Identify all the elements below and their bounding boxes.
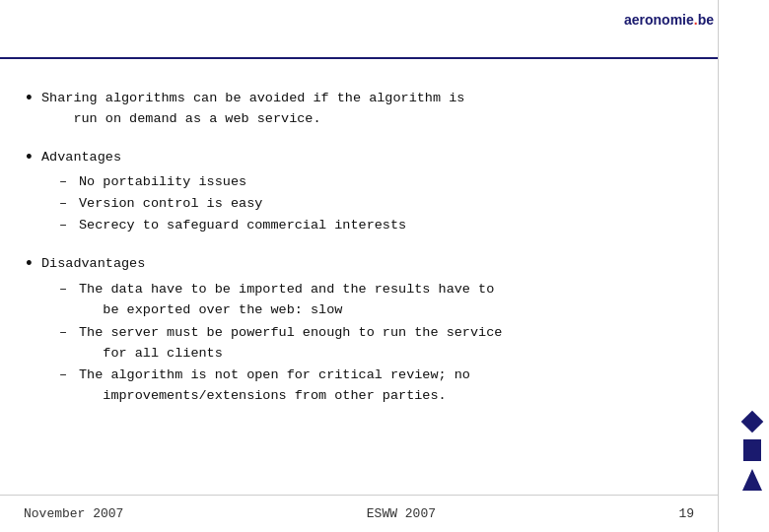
triangle-icon	[739, 467, 765, 493]
sub-text-2-2: Version control is easy	[79, 194, 262, 215]
diamond-icon	[740, 410, 764, 433]
sub-bullet-3-2: – The server must be powerful enough to …	[59, 323, 694, 365]
sub-text-2-1: No portability issues	[79, 172, 246, 193]
bullet-main-1: • Sharing algorithms can be avoided if t…	[24, 89, 694, 130]
sub-text-3-3: The algorithm is not open for critical r…	[79, 366, 470, 407]
bullet-section-3: • Disadvantages – The data have to be im…	[24, 254, 694, 407]
bullet-text-2: Advantages	[41, 148, 121, 168]
sub-bullets-2: – No portability issues – Version contro…	[59, 172, 694, 236]
footer-event: ESWW 2007	[367, 506, 436, 521]
sub-text-3-2: The server must be powerful enough to ru…	[79, 323, 502, 365]
sub-dash: –	[59, 323, 79, 344]
bullet-dot-2: •	[24, 148, 41, 169]
content-body: • Sharing algorithms can be avoided if t…	[24, 89, 694, 407]
brand-icons	[739, 410, 765, 493]
footer-page: 19	[678, 506, 694, 521]
sub-bullets-3: – The data have to be imported and the r…	[59, 280, 694, 408]
right-sidebar	[718, 0, 769, 532]
sub-bullet-2-3: – Secrecy to safeguard commercial intere…	[59, 216, 694, 236]
bullet-section-2: • Advantages – No portability issues – V…	[24, 148, 694, 236]
sub-bullet-2-1: – No portability issues	[59, 172, 694, 193]
footer-date: November 2007	[24, 506, 123, 521]
svg-marker-0	[742, 469, 762, 491]
bullet-text-1: Sharing algorithms can be avoided if the…	[41, 89, 464, 130]
sub-dash: –	[59, 366, 79, 386]
sub-bullet-2-2: – Version control is easy	[59, 194, 694, 215]
diamond-shape	[741, 411, 764, 433]
footer: November 2007 ESWW 2007 19	[0, 495, 718, 532]
sub-dash: –	[59, 280, 79, 300]
triangle-svg	[740, 467, 764, 493]
sub-dash: –	[59, 172, 79, 193]
bullet-dot-3: •	[24, 254, 41, 276]
rect-icon	[743, 439, 761, 461]
sub-dash: –	[59, 216, 79, 236]
bullet-section-1: • Sharing algorithms can be avoided if t…	[24, 89, 694, 130]
main-content: • Sharing algorithms can be avoided if t…	[0, 0, 718, 532]
bullet-text-3: Disadvantages	[41, 254, 145, 275]
sub-dash: –	[59, 194, 79, 215]
sub-text-3-1: The data have to be imported and the res…	[79, 280, 494, 321]
sub-bullet-3-3: – The algorithm is not open for critical…	[59, 366, 694, 407]
bullet-main-2: • Advantages	[24, 148, 694, 169]
bullet-dot-1: •	[24, 89, 41, 110]
sub-bullet-3-1: – The data have to be imported and the r…	[59, 280, 694, 321]
bullet-main-3: • Disadvantages	[24, 254, 694, 276]
sub-text-2-3: Secrecy to safeguard commercial interest…	[79, 216, 406, 236]
